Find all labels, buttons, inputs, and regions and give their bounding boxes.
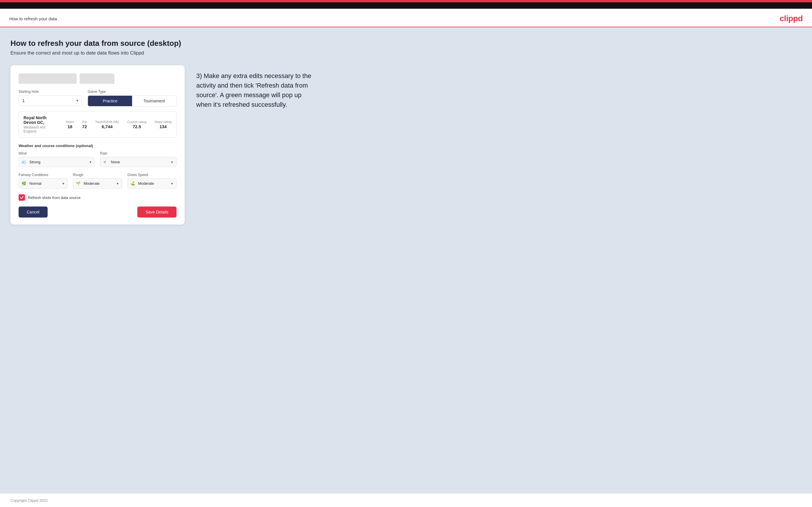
main-content: How to refresh your data from source (de…: [0, 27, 812, 493]
rough-label: Rough: [73, 173, 122, 177]
course-rating-label: Course rating: [127, 120, 146, 123]
rain-select[interactable]: None Light Heavy: [100, 157, 176, 167]
course-location: Westward Ho!, England: [23, 125, 60, 133]
logo: clippd: [780, 14, 803, 23]
refresh-checkbox[interactable]: [18, 194, 25, 201]
side-note-text: 3) Make any extra edits necessary to the…: [196, 71, 318, 109]
copyright-text: Copyright Clippd 2022: [10, 498, 48, 503]
form-card: Starting Hole 1 10 ▼ Game Type Practice …: [10, 65, 185, 225]
starting-hole-select[interactable]: 1 10: [18, 96, 82, 106]
page-subheading: Ensure the correct and most up to date d…: [10, 50, 802, 56]
par-label: Par: [82, 120, 87, 123]
slope-rating-label: Slope rating: [154, 120, 171, 123]
header: How to refresh your data clippd: [0, 9, 812, 27]
tournament-button[interactable]: Tournament: [132, 96, 176, 106]
course-name: Royal North Devon GC,: [23, 115, 60, 125]
card-tab-1: [18, 73, 77, 84]
practice-button[interactable]: Practice: [88, 96, 132, 106]
refresh-label: Refresh shots from data source: [28, 195, 81, 200]
wind-select[interactable]: Strong Light None: [18, 157, 95, 167]
game-type-toggle: Practice Tournament: [88, 96, 176, 106]
card-tab-2: [80, 73, 114, 84]
course-card: Royal North Devon GC, Westward Ho!, Engl…: [18, 111, 176, 138]
holes-label: Holes: [66, 120, 74, 123]
cancel-button[interactable]: Cancel: [18, 207, 48, 218]
green-speed-label: Green Speed: [128, 173, 176, 177]
green-speed-select[interactable]: Moderate Fast Slow: [128, 178, 176, 188]
holes-value: 18: [67, 124, 72, 129]
save-button[interactable]: Save Details: [137, 207, 176, 218]
rough-select[interactable]: Moderate Light Heavy: [73, 178, 122, 188]
refresh-checkbox-row[interactable]: Refresh shots from data source: [18, 194, 176, 201]
side-note: 3) Make any extra edits necessary to the…: [196, 65, 318, 109]
game-type-label: Game Type: [88, 90, 176, 94]
card-footer: Cancel Save Details: [18, 207, 176, 218]
slope-rating-value: 134: [159, 124, 167, 129]
par-value: 72: [82, 124, 87, 129]
page-heading: How to refresh your data from source (de…: [10, 39, 802, 48]
fairway-label: Fairway Conditions: [18, 173, 68, 177]
wind-label: Wind: [18, 152, 95, 156]
yards-value: 6,744: [102, 124, 113, 129]
course-rating-value: 72.5: [133, 124, 141, 129]
conditions-title: Weather and course conditions (optional): [18, 144, 176, 148]
header-title: How to refresh your data: [9, 16, 57, 21]
yards-label: Yards/White (M)): [95, 120, 119, 123]
footer: Copyright Clippd 2022: [0, 493, 812, 507]
top-black-bar: [0, 2, 812, 9]
starting-hole-label: Starting Hole: [18, 90, 82, 94]
fairway-select[interactable]: Normal Soft Firm: [18, 178, 68, 188]
rain-label: Rain: [100, 152, 176, 156]
